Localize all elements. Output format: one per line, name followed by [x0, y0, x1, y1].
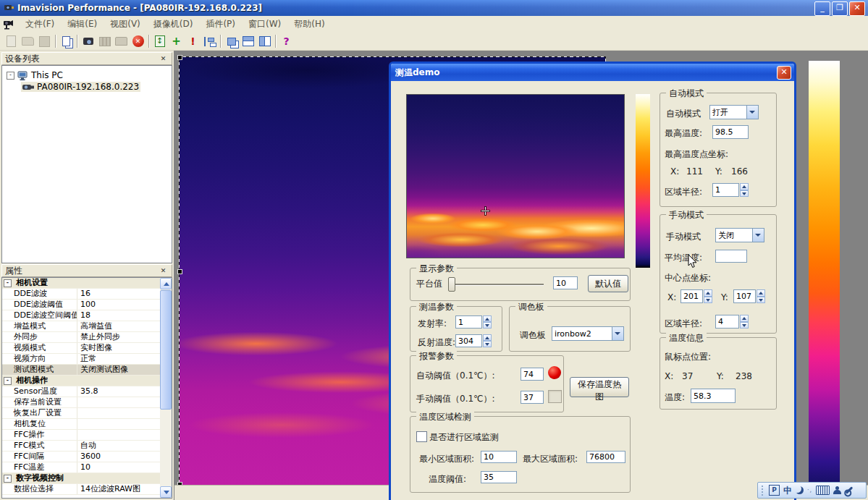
property-row[interactable]: DDE滤波16 — [2, 289, 160, 300]
dropdown-arrow-icon[interactable] — [746, 106, 758, 119]
tile-vertical-icon[interactable] — [256, 34, 273, 49]
spin-up-icon[interactable] — [704, 289, 712, 297]
menu-item-4[interactable]: 插件(P) — [199, 16, 242, 33]
platform-slider[interactable] — [448, 284, 544, 285]
auto-radius-input[interactable] — [712, 183, 739, 197]
close-button[interactable]: ✕ — [849, 1, 865, 16]
menu-item-6[interactable]: 帮助(H) — [287, 16, 331, 33]
region-monitor-checkbox[interactable] — [416, 431, 427, 442]
manual-radius-input[interactable] — [715, 315, 739, 329]
fit-screen-icon[interactable] — [168, 34, 185, 49]
spin-down-icon[interactable] — [740, 190, 749, 198]
dropdown-arrow-icon[interactable] — [612, 327, 623, 340]
tree-item-device[interactable]: PA080IR-192.168.0.223 — [21, 82, 140, 92]
center-x-spinner[interactable] — [681, 289, 712, 303]
property-row[interactable]: 数据位选择14位滤波RAW图 — [2, 484, 160, 495]
ime-language-bar[interactable]: P 中 ·, — [757, 482, 867, 499]
property-row[interactable]: FFC间隔3600 — [2, 452, 160, 462]
default-button[interactable]: 默认值 — [588, 275, 628, 292]
manual-mode-combobox[interactable]: 关闭 — [715, 228, 764, 242]
property-row[interactable]: 测试图模式关闭测试图像 — [2, 365, 160, 376]
menu-item-2[interactable]: 视图(V) — [104, 16, 147, 33]
palette-combobox[interactable]: ironbow2 — [552, 326, 624, 341]
emissivity-spinner[interactable] — [455, 315, 492, 329]
property-row[interactable]: FFC模式自动 — [2, 441, 160, 452]
thermal-image-dialog[interactable] — [406, 94, 625, 258]
property-row[interactable]: 外同步禁止外同步 — [2, 332, 160, 343]
auto-mode-combobox[interactable]: 打开 — [709, 105, 759, 119]
manual-threshold-input[interactable] — [521, 391, 544, 404]
menu-item-5[interactable]: 窗口(W) — [242, 16, 287, 33]
center-x-input[interactable] — [681, 289, 703, 303]
selection-handle[interactable] — [177, 269, 182, 274]
property-category-row[interactable]: -相机操作 — [2, 376, 160, 386]
spin-up-icon[interactable] — [740, 183, 749, 190]
open-folder-icon[interactable] — [20, 34, 36, 49]
property-category-row[interactable]: -相机设置 — [2, 278, 160, 289]
reflected-input[interactable] — [455, 334, 482, 347]
minimize-button[interactable]: _ — [814, 1, 830, 16]
spin-down-icon[interactable] — [483, 322, 492, 329]
cascade-windows-icon[interactable] — [223, 34, 240, 49]
ime-punct-icon[interactable]: ·, — [807, 487, 812, 493]
properties-scrollbar[interactable] — [160, 278, 172, 498]
center-y-input[interactable] — [733, 289, 756, 303]
tile-horizontal-icon[interactable] — [240, 34, 256, 49]
menu-item-1[interactable]: 编辑(E) — [61, 16, 104, 33]
reflected-spinner[interactable] — [455, 334, 492, 347]
scrollbar-thumb[interactable] — [160, 290, 172, 410]
ime-mode-icon[interactable]: P — [769, 485, 780, 496]
help-icon[interactable] — [278, 34, 295, 49]
film-strip-icon[interactable] — [96, 34, 113, 49]
keyboard-icon[interactable] — [816, 486, 830, 495]
temp-threshold-input[interactable] — [481, 471, 517, 483]
device-panel-close-icon[interactable]: ✕ — [158, 54, 169, 64]
restore-button[interactable]: ❐ — [832, 1, 848, 16]
property-row[interactable]: 视频模式实时图像 — [2, 343, 160, 354]
property-row[interactable]: DDE滤波阈值100 — [2, 300, 160, 310]
platform-slider-thumb[interactable] — [448, 277, 455, 292]
selection-handle[interactable] — [177, 55, 182, 60]
collapse-icon[interactable]: - — [4, 377, 12, 385]
user-icon[interactable] — [833, 486, 841, 494]
spin-up-icon[interactable] — [483, 315, 492, 322]
property-row[interactable]: FFC操作 — [2, 430, 160, 441]
camera-settings-icon[interactable] — [80, 34, 96, 49]
dialog-close-icon[interactable]: ✕ — [777, 66, 791, 80]
collapse-icon[interactable]: - — [7, 72, 14, 80]
auto-threshold-input[interactable] — [521, 368, 544, 381]
wrench-icon[interactable] — [846, 486, 854, 494]
spin-up-icon[interactable] — [483, 334, 492, 341]
property-row[interactable]: 恢复出厂设置 — [2, 408, 160, 419]
ime-grip[interactable] — [762, 486, 765, 496]
ime-lang-button[interactable]: 中 — [783, 486, 792, 496]
spin-down-icon[interactable] — [483, 341, 492, 347]
dialog-title-bar[interactable]: 测温demo ✕ — [391, 64, 794, 81]
menu-item-3[interactable]: 摄像机(D) — [147, 16, 200, 33]
platform-value-input[interactable] — [553, 276, 578, 289]
property-row[interactable]: 相机复位 — [2, 419, 160, 430]
spin-down-icon[interactable] — [757, 297, 765, 304]
print-icon[interactable] — [113, 34, 130, 49]
auto-radius-spinner[interactable] — [712, 183, 749, 197]
spin-up-icon[interactable] — [757, 289, 765, 297]
property-row[interactable]: 增益模式高增益值 — [2, 321, 160, 332]
spin-down-icon[interactable] — [740, 322, 749, 329]
property-row[interactable]: 视频方向正常 — [2, 354, 160, 365]
new-document-icon[interactable] — [3, 34, 20, 49]
min-area-input[interactable] — [481, 451, 517, 463]
property-row[interactable]: Sensor温度35.8 — [2, 386, 160, 397]
properties-panel-close-icon[interactable]: ✕ — [158, 266, 169, 276]
emissivity-input[interactable] — [455, 315, 482, 329]
copy-icon[interactable] — [58, 34, 75, 49]
alert-icon[interactable] — [185, 34, 201, 49]
manual-radius-spinner[interactable] — [715, 315, 749, 329]
scroll-up-icon[interactable] — [160, 278, 172, 289]
spin-down-icon[interactable] — [704, 297, 712, 304]
collapse-icon[interactable]: - — [4, 279, 12, 287]
collapse-icon[interactable]: - — [4, 475, 12, 483]
save-icon[interactable] — [36, 34, 53, 49]
menu-item-0[interactable]: 文件(F) — [19, 16, 61, 33]
property-row[interactable]: 保存当前设置 — [2, 397, 160, 408]
property-row[interactable]: DDE滤波空间阈值18 — [2, 310, 160, 321]
